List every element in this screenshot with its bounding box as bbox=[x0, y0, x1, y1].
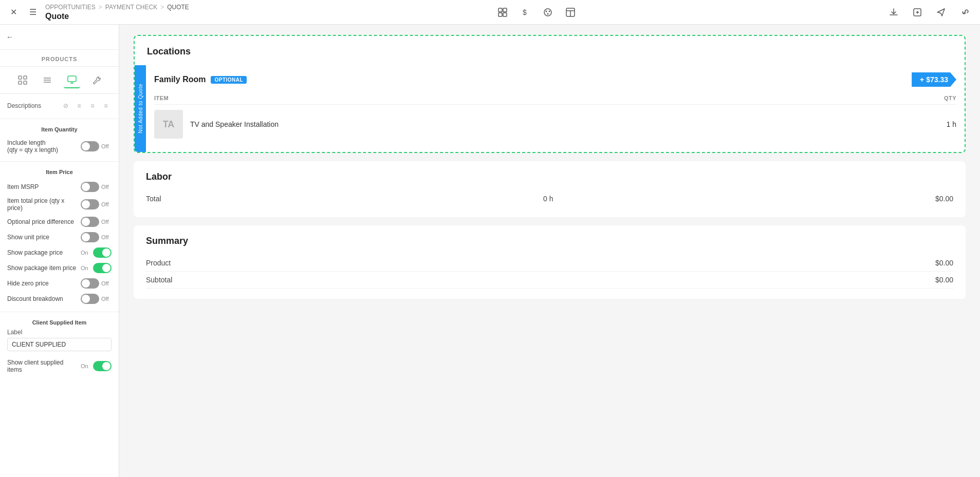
menu-button[interactable]: ☰ bbox=[26, 5, 40, 20]
svg-rect-20 bbox=[68, 76, 76, 82]
descriptions-label: Descriptions bbox=[7, 102, 41, 109]
breadcrumb: OPPORTUNITIES > PAYMENT CHECK > QUOTE bbox=[45, 4, 189, 11]
svg-rect-13 bbox=[19, 76, 22, 79]
link-button[interactable] bbox=[955, 3, 974, 22]
main-layout: ← PRODUCTS Descriptions ⊘ ≡ bbox=[0, 25, 980, 477]
show-unit-price-switch[interactable] bbox=[81, 232, 99, 242]
palette-button[interactable] bbox=[539, 3, 557, 22]
show-package-item-price-row: Show package item price On bbox=[7, 260, 112, 276]
table-row: TA TV and Speaker Installation 1 h bbox=[154, 105, 956, 144]
back-button[interactable]: ← bbox=[6, 30, 21, 44]
svg-point-7 bbox=[549, 10, 550, 12]
item-col-header: ITEM bbox=[154, 95, 169, 101]
optional-price-diff-label: Optional price difference bbox=[7, 218, 81, 225]
sidebar-header: PRODUCTS bbox=[0, 50, 119, 67]
location-content: Family Room OPTIONAL + $73.33 ITEM QTY T… bbox=[146, 65, 965, 152]
show-package-item-price-toggle: On bbox=[81, 263, 112, 273]
dollar-view-button[interactable]: $ bbox=[516, 3, 534, 22]
item-quantity-section: Item Quantity Include length(qty = qty x… bbox=[0, 122, 119, 158]
show-package-price-switch[interactable] bbox=[93, 247, 112, 258]
breadcrumb-sep-2: > bbox=[160, 4, 164, 11]
client-supplied-input[interactable] bbox=[7, 338, 112, 351]
send-button[interactable] bbox=[932, 3, 950, 22]
sidebar-tab-list[interactable] bbox=[39, 72, 56, 88]
item-price-section: Item Price Item MSRP Off Item total pric… bbox=[0, 165, 119, 309]
svg-text:$: $ bbox=[523, 8, 527, 16]
share-button[interactable] bbox=[908, 3, 927, 22]
client-supplied-section: Client Supplied Item Label Show client s… bbox=[0, 315, 119, 380]
show-client-supplied-label: Show client supplied items bbox=[7, 359, 81, 373]
show-package-price-row: Show package price On bbox=[7, 245, 112, 260]
breadcrumb-current: QUOTE bbox=[167, 4, 189, 11]
item-thumbnail: TA bbox=[154, 110, 183, 139]
discount-breakdown-row: Discount breakdown Off bbox=[7, 291, 112, 307]
topbar-right-icons bbox=[884, 3, 974, 22]
main-content: Locations Not Added to Quote Family Room… bbox=[119, 25, 980, 477]
sidebar-tab-monitor[interactable] bbox=[64, 72, 80, 88]
optional-price-diff-switch[interactable] bbox=[81, 217, 99, 227]
item-total-price-row: Item total price (qty x price) Off bbox=[7, 195, 112, 214]
layout-button[interactable] bbox=[561, 3, 580, 22]
breadcrumb-area: OPPORTUNITIES > PAYMENT CHECK > QUOTE Qu… bbox=[45, 4, 189, 21]
item-msrp-label: Item MSRP bbox=[7, 183, 81, 190]
optional-badge: OPTIONAL bbox=[211, 76, 247, 84]
svg-rect-0 bbox=[498, 8, 502, 12]
include-length-text: Off bbox=[101, 143, 112, 149]
include-length-switch[interactable] bbox=[81, 141, 99, 151]
item-msrp-toggle: Off bbox=[81, 182, 112, 192]
hide-zero-price-text: Off bbox=[101, 280, 112, 287]
svg-rect-1 bbox=[503, 8, 507, 12]
item-price-title: Item Price bbox=[7, 169, 112, 175]
item-qty: 1 h bbox=[936, 120, 956, 128]
summary-subtotal-value: $0.00 bbox=[935, 276, 953, 284]
descriptions-row: Descriptions ⊘ ≡ ≡ ≡ bbox=[7, 98, 112, 113]
label-text: Label bbox=[7, 329, 112, 336]
show-package-item-price-switch[interactable] bbox=[93, 263, 112, 273]
breadcrumb-item-1[interactable]: OPPORTUNITIES bbox=[45, 4, 96, 11]
item-total-price-toggle: Off bbox=[81, 199, 112, 209]
hide-zero-price-switch[interactable] bbox=[81, 278, 99, 289]
show-unit-price-row: Show unit price Off bbox=[7, 230, 112, 245]
desc-icon-slash[interactable]: ⊘ bbox=[60, 100, 71, 111]
download-button[interactable] bbox=[884, 3, 903, 22]
svg-rect-15 bbox=[19, 81, 22, 84]
optional-price-diff-toggle: Off bbox=[81, 217, 112, 227]
svg-rect-3 bbox=[503, 13, 507, 16]
desc-icon-align1[interactable]: ≡ bbox=[73, 100, 85, 111]
breadcrumb-item-2[interactable]: PAYMENT CHECK bbox=[105, 4, 157, 11]
include-length-row: Include length(qty = qty x length) Off bbox=[7, 137, 112, 156]
location-name: Family Room bbox=[154, 75, 206, 84]
labor-section: Labor Total 0 h $0.00 bbox=[134, 161, 966, 217]
sidebar-tabs bbox=[0, 67, 119, 94]
optional-price-diff-row: Optional price difference Off bbox=[7, 214, 112, 230]
show-client-supplied-on-text: On bbox=[81, 363, 91, 369]
include-length-toggle: Off bbox=[81, 141, 112, 151]
labor-total-label: Total bbox=[146, 195, 161, 203]
discount-breakdown-toggle: Off bbox=[81, 294, 112, 304]
item-quantity-title: Item Quantity bbox=[7, 126, 112, 132]
item-msrp-switch[interactable] bbox=[81, 182, 99, 192]
summary-section: Summary Product $0.00 Subtotal $0.00 bbox=[134, 225, 966, 299]
summary-subtotal-label: Subtotal bbox=[146, 276, 172, 284]
sidebar-tab-wrench[interactable] bbox=[88, 72, 105, 88]
labor-total-price: $0.00 bbox=[935, 195, 953, 203]
item-msrp-row: Item MSRP Off bbox=[7, 179, 112, 195]
descriptions-section: Descriptions ⊘ ≡ ≡ ≡ bbox=[0, 94, 119, 116]
grid-view-button[interactable] bbox=[493, 3, 512, 22]
hide-zero-price-row: Hide zero price Off bbox=[7, 276, 112, 291]
discount-breakdown-switch[interactable] bbox=[81, 294, 99, 304]
svg-point-6 bbox=[546, 10, 547, 12]
item-total-price-label: Item total price (qty x price) bbox=[7, 197, 81, 212]
summary-heading: Summary bbox=[146, 236, 953, 246]
items-table-header: ITEM QTY bbox=[154, 92, 956, 105]
sidebar-tab-grid[interactable] bbox=[14, 72, 31, 88]
item-total-price-switch[interactable] bbox=[81, 199, 99, 209]
include-length-label: Include length(qty = qty x length) bbox=[7, 139, 81, 154]
show-unit-price-text: Off bbox=[101, 234, 112, 240]
show-client-supplied-switch[interactable] bbox=[93, 361, 112, 371]
desc-icon-align2[interactable]: ≡ bbox=[87, 100, 98, 111]
sidebar: ← PRODUCTS Descriptions ⊘ ≡ bbox=[0, 25, 119, 477]
svg-rect-16 bbox=[24, 81, 27, 84]
close-button[interactable]: ✕ bbox=[6, 5, 21, 20]
desc-icon-align3[interactable]: ≡ bbox=[100, 100, 112, 111]
